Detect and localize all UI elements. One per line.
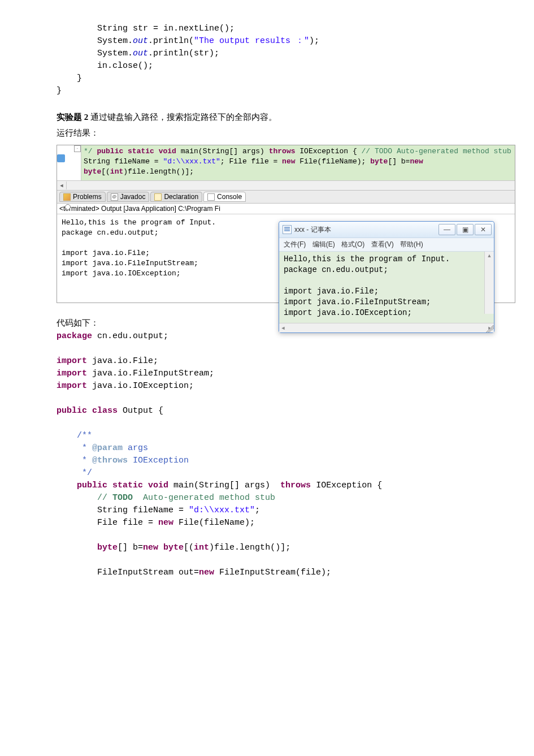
editor-code[interactable]: */ public static void main(String[] args… [81,145,515,180]
resize-grip-icon[interactable] [486,325,494,332]
doctag: @throws [92,456,128,465]
notepad-window[interactable]: xxx - 记事本 — ▣ ✕ 文件(F) 编辑(E) 格式(O) 查看(V) … [279,221,494,333]
javadoc: args [123,443,148,453]
code-top: String str = in.nextLine(); System.out.p… [57,23,477,97]
code-token: FileInputStream(file); [214,568,331,577]
code-token: [( [101,167,110,176]
javadoc: /** [57,431,92,440]
keyword: import [57,356,87,366]
code-token: .println(str); [148,49,219,58]
code-line: String fileName = [84,157,163,166]
keyword: class [87,406,118,416]
views-tab-bar: Problems @ Javadoc Declaration Console [57,190,515,204]
tab-problems[interactable]: Problems [59,192,106,202]
notepad-hscroll[interactable]: ◄ ► [279,323,494,332]
javadoc: * [57,443,92,453]
tab-label: Problems [73,193,102,201]
scroll-up-icon[interactable]: ▲ [485,252,493,260]
maximize-button[interactable]: ▣ [457,224,474,235]
fold-minus-icon[interactable]: - [74,145,81,152]
editor-hscroll[interactable]: ◄ [57,180,515,190]
breakpoint-icon[interactable] [65,204,71,210]
code-token: IOException { [311,481,382,490]
exercise-title: 实验题 2 通过键盘输入路径，搜索指定路径下的全部内容。 [57,110,477,124]
notepad-menu: 文件(F) 编辑(E) 格式(O) 查看(V) 帮助(H) [279,238,494,252]
code-line: System. [57,49,133,58]
tab-label: Javadoc [120,193,146,201]
tab-label: Console [217,193,242,201]
keyword: new [158,518,173,528]
comment: // [97,493,112,503]
string-literal: "The output results ：" [194,36,309,46]
code-token: java.io.File; [87,356,158,366]
menu-file[interactable]: 文件(F) [284,240,306,248]
notepad-body[interactable]: Hello,this is the program of Input. pack… [279,252,494,323]
tab-javadoc[interactable]: @ Javadoc [107,192,150,202]
code-line: String str = in.nextLine(); [57,24,235,33]
code-token: IOException { [296,147,357,155]
code-token: [] b= [118,543,143,552]
comment: // TODO Auto-generated method stub [362,147,511,155]
keyword: byte [158,543,184,552]
code-token: File(fileName); [173,518,255,528]
code-line: } [57,74,82,83]
comment: Auto-generated method stub [133,493,275,503]
keyword: new [143,543,158,552]
code-token: ); [309,36,319,46]
keyword: byte [370,157,388,166]
code-token: FileInputStream out= [57,568,199,577]
code-token: Output { [118,406,163,416]
code-line: } [57,86,62,96]
code-token: ; [255,506,260,515]
keyword: public static void [97,147,176,155]
menu-edit[interactable]: 编辑(E) [312,240,335,248]
code-token: File(fileName); [296,157,366,166]
override-marker-icon [57,154,65,162]
keyword: public [57,406,87,416]
keyword: static [107,481,143,490]
notepad-app-icon [283,225,292,234]
code-line: System. [57,36,133,46]
tab-declaration[interactable]: Declaration [150,192,202,202]
notepad-vscroll[interactable]: ▲ [484,252,494,314]
code-line: File file = [229,157,282,166]
string-literal: "d:\\xxx.txt" [189,506,255,515]
code-token: .println( [148,36,194,46]
exercise-desc: 通过键盘输入路径，搜索指定路径下的全部内容。 [88,113,277,122]
todo-tag: TODO [112,493,133,503]
problems-icon [63,193,71,201]
close-button[interactable]: ✕ [475,224,492,235]
code-token: [] b= [388,157,410,166]
scroll-left-icon[interactable]: ◄ [279,324,287,332]
notepad-title: xxx - 记事本 [294,225,439,235]
tab-label: Declaration [164,193,198,201]
code-token: [( [184,543,194,552]
code-token: main(String[] args) [168,481,280,490]
keyword: int [194,543,209,552]
run-result-label: 运行结果： [57,126,477,140]
code-token: )file.length()]; [209,543,290,552]
code-token: String fileName = [57,506,189,515]
keyword: package [57,331,92,341]
code-token: File file = [57,518,158,528]
code-token: )file.length()]; [123,167,194,176]
keyword: new [199,568,214,577]
minimize-button[interactable]: — [439,224,455,235]
console-header: <terminated> Output [Java Application] C… [57,204,515,214]
keyword: import [57,381,87,391]
editor-area: - */ public static void main(String[] ar… [57,145,515,180]
menu-help[interactable]: 帮助(H) [400,240,423,248]
console-icon [207,193,215,201]
code-token: main(String[] args) [176,147,269,155]
scroll-left-icon[interactable]: ◄ [57,182,67,189]
tab-console[interactable]: Console [203,192,246,202]
menu-view[interactable]: 查看(V) [371,240,394,248]
code-bottom: package cn.edu.output; import java.io.Fi… [57,330,477,579]
menu-format[interactable]: 格式(O) [341,240,364,248]
javadoc: */ [57,468,92,478]
keyword: public [77,481,107,490]
code-token [57,481,77,490]
declaration-icon [154,193,162,201]
notepad-titlebar[interactable]: xxx - 记事本 — ▣ ✕ [279,222,494,238]
string-literal: "d:\\xxx.txt" [163,157,220,166]
